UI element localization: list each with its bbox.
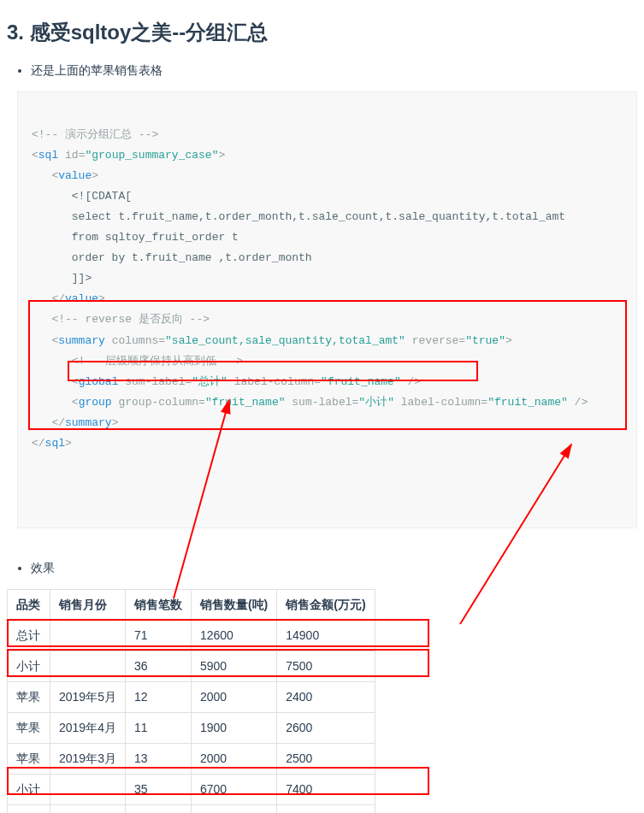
code-line: > — [505, 334, 512, 347]
code-line: < — [32, 149, 38, 162]
table-cell: 2000 — [191, 804, 276, 813]
table-cell: 7500 — [277, 651, 375, 681]
code-line: summary — [65, 416, 112, 429]
table-row: 苹果2019年4月1119002600 — [8, 712, 375, 743]
table-cell: 1900 — [191, 712, 276, 743]
table-row: 苹果2019年5月1220002400 — [8, 681, 375, 712]
table-cell: 10 — [125, 804, 191, 813]
code-line: group-column — [112, 396, 198, 409]
code-line: <!-- reverse 是否反向 --> — [51, 313, 210, 326]
code-line: <!-- 层级顺序保持从高到低 --> — [72, 355, 243, 368]
table-header-row: 品类 销售月份 销售笔数 销售数量(吨) 销售金额(万元) — [8, 589, 375, 620]
code-line: > — [98, 292, 105, 305]
code-line: < — [72, 396, 79, 409]
code-line: value — [58, 169, 92, 182]
code-line: > — [65, 437, 72, 450]
code-line: = — [314, 375, 321, 388]
table-cell: 11 — [125, 712, 191, 743]
code-line: order by t.fruit_name ,t.order_month — [72, 251, 312, 264]
table-cell: 36 — [125, 651, 191, 681]
table-cell: 2600 — [277, 712, 375, 743]
table-row: 总计711260014900 — [8, 620, 375, 651]
table-cell: 苹果 — [8, 712, 50, 743]
code-line: "小计" — [358, 396, 394, 409]
code-line: > — [218, 149, 225, 162]
code-line: "fruit_name" — [487, 396, 568, 409]
table-cell: 71 — [125, 620, 191, 651]
code-line: "总计" — [192, 375, 227, 388]
table-header: 品类 — [8, 589, 50, 620]
table-header: 销售月份 — [50, 589, 126, 620]
table-cell: 2019年4月 — [50, 712, 126, 743]
result-bullet: 效果 — [31, 559, 637, 577]
table-row: 苹果2019年3月1320002500 — [8, 743, 375, 774]
code-line: group — [79, 396, 112, 409]
code-line: </ — [32, 437, 45, 450]
result-table-wrap: 品类 销售月份 销售笔数 销售数量(吨) 销售金额(万元) 总计71126001… — [7, 589, 637, 813]
code-line: /> — [568, 396, 588, 409]
table-cell: 香蕉 — [8, 804, 50, 813]
table-header: 销售笔数 — [125, 589, 191, 620]
table-cell: 5900 — [191, 651, 276, 681]
table-cell: 2019年5月 — [50, 804, 126, 813]
table-row: 小计3567007400 — [8, 774, 375, 804]
code-line: /> — [401, 375, 421, 388]
table-row: 小计3659007500 — [8, 651, 375, 681]
table-cell: 13 — [125, 743, 191, 774]
code-line: = — [481, 396, 487, 409]
code-line: label-column — [394, 396, 481, 409]
code-line: </ — [51, 292, 65, 305]
code-line: "group_summary_case" — [85, 149, 218, 162]
table-cell: 苹果 — [8, 743, 50, 774]
code-line: "sale_count,sale_quantity,total_amt" — [165, 334, 405, 347]
table-cell: 2000 — [191, 681, 276, 712]
table-row: 香蕉2019年5月1020002000 — [8, 804, 375, 813]
table-cell: 2019年5月 — [50, 681, 126, 712]
result-table: 品类 销售月份 销售笔数 销售数量(吨) 销售金额(万元) 总计71126001… — [7, 589, 375, 813]
code-line: <!-- 演示分组汇总 --> — [32, 128, 158, 141]
table-cell: 35 — [125, 774, 191, 804]
code-line: sum-label — [286, 396, 352, 409]
table-cell: 总计 — [8, 620, 50, 651]
code-line: columns — [105, 334, 158, 347]
code-line: id — [58, 149, 78, 162]
table-cell: 6700 — [191, 774, 276, 804]
table-cell — [50, 651, 126, 681]
code-line: label-column — [227, 375, 314, 388]
code-line: "true" — [465, 334, 505, 347]
code-line: ]]> — [72, 272, 92, 285]
code-line: </ — [51, 416, 65, 429]
code-line: summary — [58, 334, 105, 347]
table-cell: 2019年3月 — [50, 743, 126, 774]
code-line: value — [65, 292, 98, 305]
intro-bullet: 还是上面的苹果销售表格 — [31, 62, 637, 80]
code-line: select t.fruit_name,t.order_month,t.sale… — [72, 210, 565, 223]
code-line: sql — [38, 149, 58, 162]
code-line: from sqltoy_fruit_order t — [72, 231, 239, 244]
code-line: <![CDATA[ — [72, 190, 132, 203]
table-cell — [50, 620, 126, 651]
table-cell — [50, 774, 126, 804]
table-cell: 苹果 — [8, 681, 50, 712]
table-header: 销售金额(万元) — [277, 589, 375, 620]
section-heading: 3. 感受sqltoy之美--分组汇总 — [7, 17, 637, 48]
code-line: > — [92, 169, 98, 182]
code-line: < — [72, 375, 79, 388]
code-line: "fruit_name" — [205, 396, 286, 409]
code-line: = — [198, 396, 205, 409]
table-header: 销售数量(吨) — [191, 589, 276, 620]
table-cell: 2400 — [277, 681, 375, 712]
code-line: reverse — [405, 334, 458, 347]
table-cell: 7400 — [277, 774, 375, 804]
table-cell: 2000 — [191, 743, 276, 774]
code-block: <!-- 演示分组汇总 --> <sql id="group_summary_c… — [17, 91, 637, 528]
code-line: = — [158, 334, 165, 347]
code-line: sql — [45, 437, 65, 450]
code-line: = — [458, 334, 465, 347]
table-cell: 12 — [125, 681, 191, 712]
table-cell: 小计 — [8, 651, 50, 681]
code-line: global — [79, 375, 119, 388]
table-cell: 2000 — [277, 804, 375, 813]
table-cell: 小计 — [8, 774, 50, 804]
table-cell: 14900 — [277, 620, 375, 651]
